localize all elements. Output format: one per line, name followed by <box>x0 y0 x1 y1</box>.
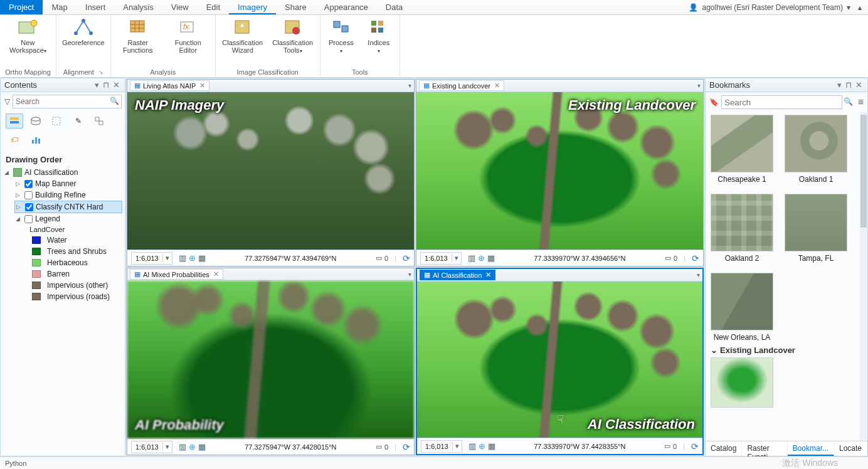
panel-tab[interactable]: Raster Functi... <box>742 441 787 456</box>
ribbon-collapse-icon[interactable]: ▴ <box>858 3 862 12</box>
map-tab[interactable]: ▦ AI Mixed Probabilities ✕ <box>130 269 223 280</box>
process-button[interactable]: Process▾ <box>326 18 357 55</box>
contents-title-bar[interactable]: Contents ▾ ⊓ ✕ <box>1 78 125 92</box>
map-tab[interactable]: ▦ Existing Landcover ✕ <box>419 80 504 91</box>
tab-data[interactable]: Data <box>377 0 411 14</box>
map-view[interactable]: AI Classification ☟ <box>417 282 702 438</box>
layer-building-refine[interactable]: ▷Building Refine <box>14 189 122 201</box>
user-menu[interactable]: 👤 agolhwei (Esri Raster Development Team… <box>682 0 868 14</box>
legend-node[interactable]: ◢Legend <box>14 213 122 224</box>
function-editor-button[interactable]: fx FunctionEditor <box>166 18 210 54</box>
scale-selector[interactable]: 1:6,013▾ <box>131 441 172 453</box>
classification-wizard-button[interactable]: ClassificationWizard <box>221 18 265 54</box>
close-icon[interactable]: ✕ <box>199 82 205 90</box>
close-icon[interactable]: ✕ <box>112 80 121 90</box>
section-existing-landcover[interactable]: ⌄Existing Landcover <box>711 342 862 357</box>
legend-item[interactable]: Trees and Shrubs <box>26 246 122 257</box>
refresh-icon[interactable]: ⟳ <box>403 253 410 263</box>
chevron-down-icon[interactable]: ▾ <box>162 443 172 451</box>
bookmark-icon[interactable]: 🔖 <box>709 98 719 107</box>
refresh-icon[interactable]: ⟳ <box>403 442 410 452</box>
close-icon[interactable]: ✕ <box>485 271 491 279</box>
bookmark-item[interactable]: Oakland 2 <box>711 194 773 263</box>
bookmark-item[interactable]: Tampa, FL <box>785 194 847 263</box>
list-by-selection-icon[interactable] <box>48 113 66 129</box>
close-icon[interactable]: ✕ <box>854 80 864 90</box>
tool-icon[interactable]: ▦ <box>488 441 495 451</box>
tab-insert[interactable]: Insert <box>77 0 115 14</box>
selection-count[interactable]: ▭0 <box>664 442 677 450</box>
selection-count[interactable]: ▭0 <box>665 254 677 262</box>
existing-landcover-thumb[interactable] <box>711 357 773 408</box>
list-by-source-icon[interactable] <box>27 113 45 129</box>
georeference-button[interactable]: Georeference <box>61 18 105 46</box>
tool-icon[interactable]: ▥ <box>179 253 186 263</box>
tab-project[interactable]: Project <box>0 0 43 14</box>
map-view[interactable]: NAIP Imagery <box>127 92 414 250</box>
list-by-editing-icon[interactable]: ✎ <box>70 113 87 129</box>
pin-icon[interactable]: ⊓ <box>844 80 853 90</box>
bookmark-item[interactable]: Oakland 1 <box>785 115 847 184</box>
close-icon[interactable]: ✕ <box>213 270 219 278</box>
indices-button[interactable]: Indices▾ <box>363 18 394 55</box>
tool-icon[interactable]: ▥ <box>179 442 186 451</box>
panel-tab[interactable]: Locate <box>834 441 867 456</box>
filter-icon[interactable]: ▽ <box>4 97 10 106</box>
search-icon[interactable]: 🔍 <box>844 97 853 106</box>
dropdown-icon[interactable]: ▾ <box>93 80 100 90</box>
selection-count[interactable]: ▭0 <box>376 254 388 262</box>
list-by-snapping-icon[interactable] <box>91 113 109 129</box>
tab-dropdown-icon[interactable]: ▾ <box>408 271 411 278</box>
pin-icon[interactable]: ⊓ <box>102 80 110 90</box>
layer-classify-cntk-hard[interactable]: ▷Classify CNTK Hard <box>14 201 122 213</box>
bookmarks-search-input[interactable] <box>721 95 842 109</box>
map-node[interactable]: ◢AI Classification <box>3 167 122 178</box>
dropdown-icon[interactable]: ▾ <box>836 80 843 90</box>
tab-share[interactable]: Share <box>276 0 315 14</box>
tool-icon[interactable]: ▥ <box>468 253 475 263</box>
legend-item[interactable]: Herbaceous <box>26 257 122 268</box>
bookmark-item[interactable]: Chesapeake 1 <box>711 115 773 184</box>
layer-checkbox[interactable] <box>25 203 33 211</box>
map-tab[interactable]: ▦ AI Classification ✕ <box>420 270 495 280</box>
close-icon[interactable]: ✕ <box>494 82 500 90</box>
tab-analysis[interactable]: Analysis <box>114 0 162 14</box>
chevron-down-icon[interactable]: ▾ <box>452 254 461 262</box>
tool-icon[interactable]: ▥ <box>468 441 476 451</box>
refresh-icon[interactable]: ⟳ <box>692 253 699 263</box>
tool-icon[interactable]: ⊕ <box>189 442 196 451</box>
tab-dropdown-icon[interactable]: ▾ <box>408 82 411 89</box>
refresh-icon[interactable]: ⟳ <box>691 441 699 451</box>
menu-icon[interactable]: ≡ <box>858 97 864 108</box>
selection-count[interactable]: ▭0 <box>376 443 388 451</box>
tool-icon[interactable]: ⊕ <box>189 253 196 263</box>
tab-edit[interactable]: Edit <box>198 0 229 14</box>
tab-appearance[interactable]: Appearance <box>315 0 377 14</box>
layer-checkbox[interactable] <box>24 215 33 223</box>
new-workspace-button[interactable]: NewWorkspace▾ <box>6 18 50 55</box>
scale-selector[interactable]: 1:6,013▾ <box>420 252 462 265</box>
tab-dropdown-icon[interactable]: ▾ <box>697 82 701 89</box>
scale-selector[interactable]: 1:6,013▾ <box>421 440 462 453</box>
layer-map-banner[interactable]: ▷Map Banner <box>14 178 122 189</box>
map-view[interactable]: Existing Landcover <box>416 92 703 250</box>
layer-checkbox[interactable] <box>24 191 33 199</box>
list-by-chart-icon[interactable] <box>27 132 45 147</box>
dialog-launcher-icon[interactable]: ↘ <box>98 69 103 75</box>
bookmarks-title-bar[interactable]: Bookmarks ▾ ⊓ ✕ <box>706 78 867 92</box>
panel-tab[interactable]: Bookmar... <box>788 441 834 456</box>
layer-checkbox[interactable] <box>24 180 33 188</box>
panel-tab[interactable]: Catalog <box>706 441 742 456</box>
chevron-down-icon[interactable]: ▾ <box>452 442 462 450</box>
tab-map[interactable]: Map <box>43 0 76 14</box>
list-by-labeling-icon[interactable]: 🏷 <box>6 132 23 147</box>
contents-search-input[interactable] <box>13 95 122 108</box>
classification-tools-button[interactable]: ClassificationTools▾ <box>271 18 315 55</box>
tab-dropdown-icon[interactable]: ▾ <box>697 271 700 278</box>
chevron-down-icon[interactable]: ▾ <box>162 254 172 262</box>
status-left[interactable]: Python <box>5 460 26 467</box>
scale-selector[interactable]: 1:6,013▾ <box>131 252 172 265</box>
bookmark-item[interactable]: New Orleans, LA <box>711 273 773 342</box>
raster-functions-button[interactable]: RasterFunctions <box>116 18 160 54</box>
tab-imagery[interactable]: Imagery <box>229 0 276 14</box>
